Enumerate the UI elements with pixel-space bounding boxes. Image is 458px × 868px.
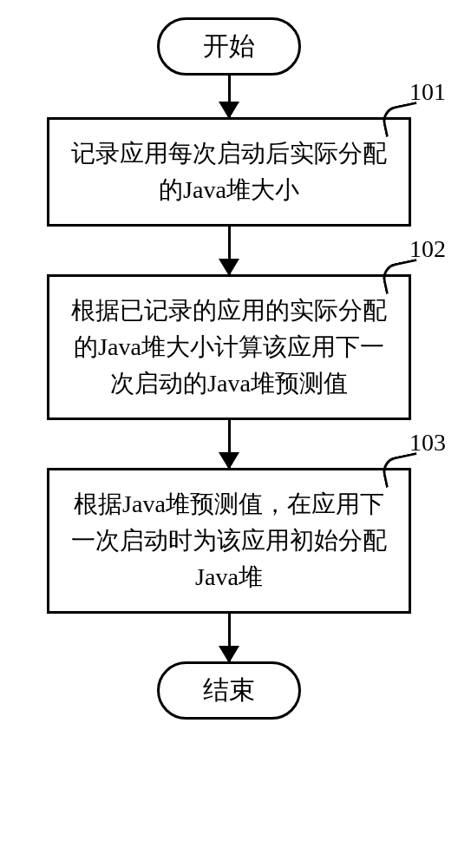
process-2-connector [380, 259, 422, 294]
arrow-4 [228, 614, 231, 661]
process-1-connector [380, 102, 422, 137]
arrow-2 [228, 227, 231, 274]
flowchart-container: 开始 101 记录应用每次启动后实际分配的Java堆大小 102 根据已记录的应… [34, 17, 424, 720]
end-node: 结束 [157, 661, 301, 720]
process-1: 记录应用每次启动后实际分配的Java堆大小 [47, 117, 411, 227]
process-3: 根据Java堆预测值，在应用下一次启动时为该应用初始分配Java堆 [47, 468, 411, 614]
start-node: 开始 [157, 17, 301, 76]
process-3-wrap: 103 根据Java堆预测值，在应用下一次启动时为该应用初始分配Java堆 [34, 468, 424, 614]
process-2-wrap: 102 根据已记录的应用的实际分配的Java堆大小计算该应用下一次启动的Java… [34, 274, 424, 420]
arrow-3 [228, 420, 231, 468]
process-2: 根据已记录的应用的实际分配的Java堆大小计算该应用下一次启动的Java堆预测值 [47, 274, 411, 420]
process-3-text: 根据Java堆预测值，在应用下一次启动时为该应用初始分配Java堆 [71, 490, 387, 590]
start-label: 开始 [203, 31, 255, 60]
end-label: 结束 [203, 675, 255, 704]
arrow-1 [228, 76, 231, 117]
process-1-wrap: 101 记录应用每次启动后实际分配的Java堆大小 [34, 117, 424, 227]
process-2-text: 根据已记录的应用的实际分配的Java堆大小计算该应用下一次启动的Java堆预测值 [71, 297, 387, 397]
process-1-text: 记录应用每次启动后实际分配的Java堆大小 [71, 140, 387, 203]
process-3-connector [380, 452, 422, 488]
